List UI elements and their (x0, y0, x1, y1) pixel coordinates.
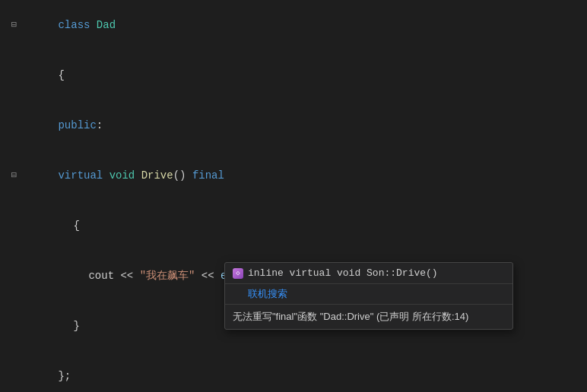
method-icon-char: ◇ (236, 269, 240, 277)
op-endl-dad: << (195, 270, 221, 282)
classname-dad: Dad (97, 19, 116, 31)
keyword-void-dad: void (109, 169, 141, 182)
keyword-final: final (192, 169, 224, 182)
code-line-3: public: (0, 100, 587, 150)
code-line-5: { (0, 201, 587, 251)
code-line-2: { (0, 50, 587, 100)
close-brace-dad: } (58, 370, 64, 382)
line-content-2: { (20, 50, 587, 100)
tooltip-signature: inline virtual void Son::Drive() (248, 267, 438, 279)
string-dad: "我在飙车" (140, 270, 195, 282)
tooltip-error-message: 无法重写"final"函数 "Dad::Drive" (已声明 所在行数:14) (225, 305, 512, 329)
code-editor: ⊟ class Dad { public: ⊟ virtual void Dri… (0, 0, 587, 392)
keyword-class: class (58, 19, 96, 31)
gutter-4: ⊟ (3, 167, 17, 184)
line-content-8: }; (20, 351, 587, 392)
code-line-8: }; (0, 351, 587, 392)
tooltip-method-icon: ◇ (233, 268, 243, 279)
tooltip-header: ◇ inline virtual void Son::Drive() (225, 263, 512, 284)
code-line-1: ⊟ class Dad (0, 0, 587, 50)
intellisense-tooltip: ◇ inline virtual void Son::Drive() 联机搜索 … (224, 262, 513, 330)
colon-dad: : (97, 119, 103, 131)
open-brace-drive-dad: { (73, 220, 79, 232)
cout-dad: cout (88, 270, 120, 282)
func-drive-dad: Drive (141, 169, 173, 182)
op-cout-dad: << (120, 270, 139, 282)
line-content-1: class Dad (20, 0, 587, 50)
open-brace-dad: { (58, 69, 64, 81)
line-content-4: virtual void Drive() final (20, 150, 587, 201)
code-line-4: ⊟ virtual void Drive() final (0, 150, 587, 201)
semi-class-dad: ; (65, 370, 71, 382)
line-content-5: { (20, 201, 587, 251)
gutter-1: ⊟ (3, 17, 17, 33)
keyword-virtual-dad: virtual (58, 169, 109, 182)
close-brace-drive-dad: } (73, 320, 79, 332)
line-content-3: public: (20, 100, 587, 150)
parens-dad: () (173, 169, 192, 182)
keyword-public-dad: public (58, 119, 96, 131)
tooltip-online-search-link[interactable]: 联机搜索 (225, 284, 512, 305)
